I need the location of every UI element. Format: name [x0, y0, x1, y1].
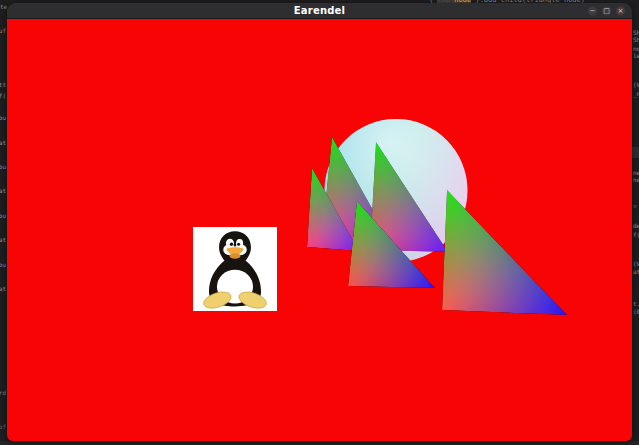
background-editor-left: ufattnaf(ibunatibunatibunatibunatrdof: [0, 0, 7, 441]
maximize-button[interactable]: □: [602, 6, 611, 15]
code-fragment: nat: [0, 188, 6, 194]
scene-canvas: [7, 19, 632, 441]
code-fragment: rd: [0, 390, 6, 396]
window-controls: − □ ×: [588, 6, 625, 15]
code-fragment: nat: [0, 237, 6, 243]
code-fragment: (01: [633, 309, 639, 315]
background-editor-bottom: [0, 441, 639, 445]
desktop-background: ("top_node").add_child(triangle_node) te…: [0, 0, 639, 445]
code-fragment: att: [0, 82, 6, 88]
code-fragment: atr: [633, 269, 639, 275]
minimize-button[interactable]: −: [588, 6, 597, 15]
tux-pupil-left: [230, 243, 233, 246]
rgb-triangle-4: [442, 190, 567, 315]
tux-sprite: [193, 227, 277, 311]
code-fragment: naf(: [0, 93, 6, 99]
tux-beak-lower: [230, 253, 241, 258]
close-button[interactable]: ×: [616, 6, 625, 15]
code-fragment: ibu: [0, 115, 6, 121]
code-fragment: ibu: [0, 164, 6, 170]
code-fragment: ibu: [0, 262, 6, 268]
code-fragment: _no: [633, 91, 639, 97]
code-fragment: nat: [0, 140, 6, 146]
code-fragment: of: [0, 424, 6, 430]
code-fragment: uf: [0, 28, 6, 34]
code-fragment: lepl: [633, 53, 639, 59]
code-fragment: t.a: [633, 301, 639, 307]
background-editor-right: ShaShanodlepl(Ve_nonefnef(▫delf().(Veatr…: [632, 0, 639, 441]
tux-pupil-right: [237, 243, 240, 246]
earendel-window: Earendel − □ ×: [7, 3, 632, 441]
render-viewport[interactable]: [7, 19, 632, 441]
code-fragment: del: [633, 223, 639, 229]
code-fragment: Sha: [633, 37, 639, 43]
code-fragment: f().: [633, 232, 639, 238]
window-titlebar[interactable]: Earendel − □ ×: [7, 3, 632, 19]
code-fragment: nat: [0, 286, 6, 292]
window-title: Earendel: [294, 5, 345, 16]
code-fragment: (Ve: [633, 261, 639, 267]
editor-selection-band: [632, 147, 639, 158]
code-fragment: ▫: [633, 203, 637, 209]
code-fragment: nef(: [633, 177, 639, 183]
code-fragment: ibu: [0, 213, 6, 219]
code-fragment: (Ve: [633, 82, 639, 88]
